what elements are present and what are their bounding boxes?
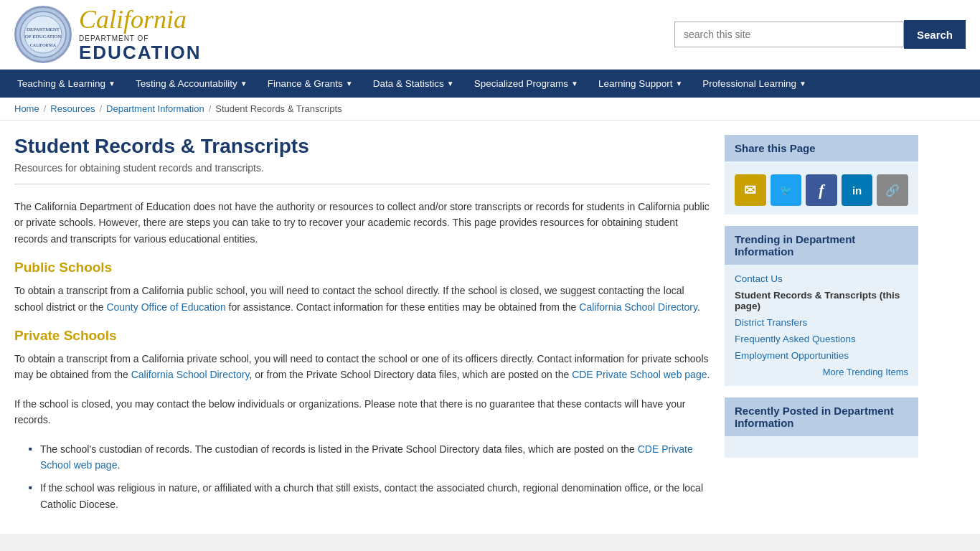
trending-content: Contact Us Student Records & Transcripts… (725, 265, 918, 386)
trending-link-1[interactable]: Contact Us (735, 273, 908, 284)
nav-item-specialized-programs[interactable]: Specialized Programs ▼ (464, 70, 588, 98)
main-content: Student Records & Transcripts Resources … (14, 135, 710, 519)
recently-posted-box: Recently Posted in Department Informatio… (725, 397, 918, 458)
nav-arrow: ▼ (346, 80, 353, 88)
trending-box: Trending in Department Information Conta… (725, 226, 918, 386)
private-schools-text-2: If the school is closed, you may contact… (14, 396, 710, 428)
recently-posted-content (725, 436, 918, 458)
breadcrumb-separator: / (99, 103, 102, 114)
trending-link-3[interactable]: Frequently Asked Questions (735, 334, 908, 344)
share-content: ✉ 🐦 f in 🔗 (725, 161, 918, 215)
share-email-icon[interactable]: ✉ (735, 174, 766, 206)
logo-education: EDUCATION (79, 42, 202, 63)
sidebar: Share this Page ✉ 🐦 f in 🔗 Trending in D… (725, 135, 918, 519)
search-area: Search (674, 20, 966, 49)
cde-private-school-link-2[interactable]: CDE Private School web page (40, 443, 693, 471)
ca-school-directory-link-2[interactable]: California School Directory (131, 369, 250, 380)
nav-arrow: ▼ (799, 80, 806, 88)
breadcrumb-separator: / (44, 103, 47, 114)
public-schools-heading: Public Schools (14, 260, 710, 276)
site-header: DEPARTMENT OF EDUCATION CALIFORNIA Calif… (0, 0, 980, 70)
breadcrumb-link-0[interactable]: Home (14, 103, 39, 114)
more-trending-link[interactable]: More Trending Items (735, 367, 908, 377)
logo-area: DEPARTMENT OF EDUCATION CALIFORNIA Calif… (14, 6, 202, 63)
bullet-item-1: The school's custodian of records. The c… (29, 441, 710, 474)
share-header: Share this Page (725, 135, 918, 161)
share-facebook-icon[interactable]: f (806, 174, 837, 206)
logo-seal: DEPARTMENT OF EDUCATION CALIFORNIA (14, 6, 72, 63)
share-linkedin-icon[interactable]: in (842, 174, 873, 206)
nav-arrow: ▼ (571, 80, 578, 88)
bullet-list: The school's custodian of records. The c… (29, 441, 710, 513)
title-divider (14, 184, 710, 184)
cde-private-school-link-1[interactable]: CDE Private School web page (572, 369, 707, 380)
breadcrumb-separator: / (209, 103, 212, 114)
nav-arrow: ▼ (675, 80, 682, 88)
share-box: Share this Page ✉ 🐦 f in 🔗 (725, 135, 918, 215)
nav-item-data-&-statistics[interactable]: Data & Statistics ▼ (363, 70, 464, 98)
content-area: Student Records & Transcripts Resources … (0, 121, 980, 534)
share-twitter-icon[interactable]: 🐦 (771, 174, 802, 206)
trending-link-2[interactable]: District Transfers (735, 317, 908, 328)
nav-arrow: ▼ (240, 80, 248, 88)
breadcrumb-link-2[interactable]: Department Information (106, 103, 204, 114)
svg-text:CALIFORNIA: CALIFORNIA (30, 43, 57, 47)
trending-link-4[interactable]: Employment Opportunities (735, 350, 908, 361)
private-schools-text-1: To obtain a transcript from a California… (14, 351, 710, 383)
svg-text:DEPARTMENT: DEPARTMENT (27, 27, 60, 32)
breadcrumb-link-1[interactable]: Resources (50, 103, 95, 114)
recently-posted-header: Recently Posted in Department Informatio… (725, 397, 918, 436)
share-icons: ✉ 🐦 f in 🔗 (735, 174, 908, 206)
nav-item-testing-&-accountability[interactable]: Testing & Accountability ▼ (126, 70, 258, 98)
nav-arrow: ▼ (447, 80, 454, 88)
breadcrumb-current: Student Records & Transcripts (215, 103, 341, 114)
trending-current-item: Student Records & Transcripts (this page… (735, 290, 908, 311)
nav-item-professional-learning[interactable]: Professional Learning ▼ (692, 70, 816, 98)
nav-item-finance-&-grants[interactable]: Finance & Grants ▼ (258, 70, 363, 98)
svg-text:OF EDUCATION: OF EDUCATION (25, 34, 62, 39)
breadcrumb: Home/Resources/Department Information/St… (0, 98, 980, 121)
trending-header: Trending in Department Information (725, 226, 918, 265)
main-nav: Teaching & Learning ▼Testing & Accountab… (0, 70, 980, 98)
ca-school-directory-link-1[interactable]: California School Directory (579, 301, 697, 313)
nav-arrow: ▼ (108, 80, 116, 88)
nav-item-teaching-&-learning[interactable]: Teaching & Learning ▼ (7, 70, 126, 98)
logo-text: California Department of EDUCATION (79, 6, 202, 62)
public-schools-text: To obtain a transcript from a California… (14, 283, 710, 315)
intro-text: The California Department of Education d… (14, 199, 710, 247)
share-link-icon[interactable]: 🔗 (877, 174, 908, 206)
page-subtitle: Resources for obtaining student records … (14, 162, 710, 174)
private-schools-heading: Private Schools (14, 328, 710, 344)
search-input[interactable] (674, 22, 904, 47)
nav-item-learning-support[interactable]: Learning Support ▼ (588, 70, 692, 98)
logo-california: California (79, 6, 202, 34)
page-title: Student Records & Transcripts (14, 135, 710, 158)
search-button[interactable]: Search (904, 20, 966, 49)
bullet-item-2: If the school was religious in nature, o… (29, 480, 710, 512)
county-office-link[interactable]: County Office of Education (106, 301, 225, 313)
